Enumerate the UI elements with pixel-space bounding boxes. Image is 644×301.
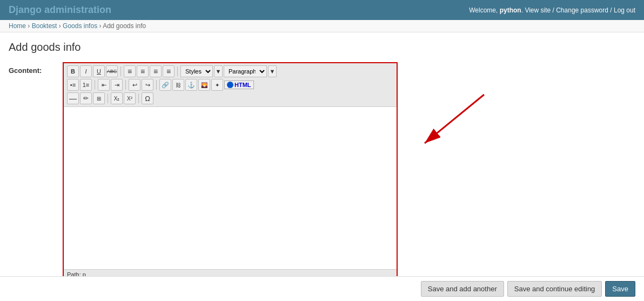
gcontent-row: Gcontent: B I U ABC ≡ ≡: [9, 62, 635, 280]
editor-toolbar: B I U ABC ≡ ≡ ≡ ≡ Styles: [64, 63, 397, 107]
toolbar-separator-1: [120, 66, 121, 76]
align-right-button[interactable]: ≡: [150, 65, 162, 77]
toolbar-separator-4: [125, 80, 126, 90]
styles-dropdown-btn[interactable]: ▼: [214, 65, 223, 77]
username: python: [500, 6, 521, 14]
outdent-button[interactable]: ⇤: [98, 79, 110, 91]
styles-select[interactable]: Styles: [180, 65, 213, 77]
toolbar-separator-5: [156, 80, 157, 90]
save-button[interactable]: Save: [605, 281, 635, 295]
user-tools: Welcome, python. View site / Change pass…: [469, 6, 635, 14]
bold-button[interactable]: B: [67, 65, 79, 77]
header: Django administration Welcome, python. V…: [0, 0, 644, 20]
underline-button[interactable]: U: [93, 65, 105, 77]
red-arrow-annotation: [408, 89, 495, 176]
link-button[interactable]: 🔗: [159, 79, 171, 91]
gcontent-field: B I U ABC ≡ ≡ ≡ ≡ Styles: [63, 62, 635, 280]
italic-button[interactable]: I: [80, 65, 92, 77]
flash-button[interactable]: ✦: [211, 79, 223, 91]
toolbar-row-1: B I U ABC ≡ ≡ ≡ ≡ Styles: [67, 65, 393, 77]
subscript-button[interactable]: X₂: [111, 92, 123, 104]
horizontal-rule-button[interactable]: —: [67, 92, 79, 104]
align-center-button[interactable]: ≡: [137, 65, 149, 77]
welcome-text: Welcome,: [469, 6, 499, 14]
save-add-another-button[interactable]: Save and add another: [421, 281, 504, 295]
breadcrumb-booktest[interactable]: Booktest: [32, 22, 57, 30]
log-out-link[interactable]: Log out: [614, 6, 635, 14]
site-branding: Django administration: [9, 4, 111, 16]
ordered-list-button[interactable]: 1≡: [80, 79, 92, 91]
unlink-button[interactable]: ⛓: [172, 79, 184, 91]
toolbar-separator-3: [95, 80, 95, 90]
table-button[interactable]: ⊞: [93, 92, 105, 104]
strikethrough-button[interactable]: ABC: [106, 65, 118, 77]
view-site-link[interactable]: View site: [525, 6, 551, 14]
main-content: Add goods info Gcontent: B I U ABC ≡: [0, 32, 644, 295]
editor-content-area[interactable]: [64, 107, 397, 269]
paragraph-dropdown-btn[interactable]: ▼: [268, 65, 277, 77]
align-left-button[interactable]: ≡: [124, 65, 136, 77]
svg-line-1: [425, 95, 484, 143]
breadcrumb-home[interactable]: Home: [9, 22, 26, 30]
save-continue-editing-button[interactable]: Save and continue editing: [507, 281, 602, 295]
rich-text-editor[interactable]: B I U ABC ≡ ≡ ≡ ≡ Styles: [63, 62, 398, 280]
toolbar-row-2: •≡ 1≡ ⇤ ⇥ ↩ ↪ 🔗 ⛓ ⚓ 🌄: [67, 79, 393, 91]
unordered-list-button[interactable]: •≡: [67, 79, 79, 91]
page-title: Add goods info: [9, 41, 635, 53]
align-justify-button[interactable]: ≡: [163, 65, 175, 77]
image-button[interactable]: 🌄: [198, 79, 210, 91]
breadcrumb-goods-infos[interactable]: Goods infos: [63, 22, 97, 30]
undo-button[interactable]: ↩: [129, 79, 140, 91]
superscript-button[interactable]: X²: [124, 92, 136, 104]
toolbar-separator-6: [108, 93, 108, 103]
paragraph-select[interactable]: Paragraph: [224, 65, 267, 77]
omega-button[interactable]: Ω: [142, 92, 153, 104]
breadcrumb-current: Add goods info: [103, 22, 146, 30]
breadcrumb: Home › Booktest › Goods infos › Add good…: [0, 20, 644, 32]
gcontent-label: Gcontent:: [9, 62, 63, 75]
html-button[interactable]: HTML: [224, 81, 254, 89]
html-icon: [227, 82, 233, 88]
indent-button[interactable]: ⇥: [111, 79, 123, 91]
change-password-link[interactable]: Change password: [556, 6, 608, 14]
toolbar-separator-2: [177, 66, 178, 76]
redo-button[interactable]: ↪: [142, 79, 153, 91]
toolbar-separator-7: [138, 93, 139, 103]
pencil-button[interactable]: ✏: [80, 92, 92, 104]
toolbar-row-3: — ✏ ⊞ X₂ X² Ω: [67, 92, 393, 104]
anchor-button[interactable]: ⚓: [185, 79, 197, 91]
form-footer: Save and add another Save and continue e…: [0, 276, 644, 295]
